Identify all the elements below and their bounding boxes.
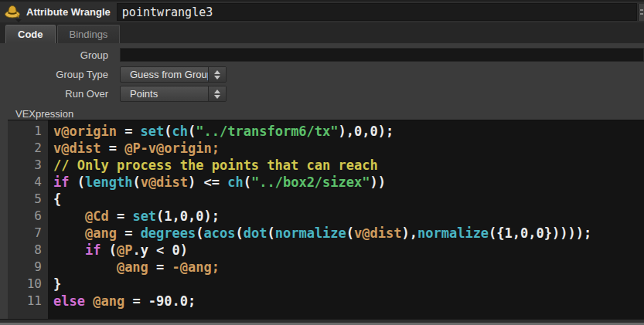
line-number: 5	[8, 191, 42, 208]
code-line[interactable]: @ang = degrees(acos(dot(normalize(v@dist…	[53, 225, 644, 242]
node-title-bar: Attribute Wrangle	[0, 0, 644, 22]
line-number: 9	[8, 259, 42, 276]
panel-bottom-edge	[0, 319, 644, 325]
line-number-gutter: 1234567891011	[8, 120, 48, 319]
code-line[interactable]: v@dist = @P-v@origin;	[53, 140, 644, 157]
dropdown-arrows-icon[interactable]	[208, 86, 226, 101]
cowboy-hat-icon	[4, 3, 21, 20]
line-number: 1	[8, 123, 42, 140]
group-type-dropdown[interactable]: Guess from Group	[120, 66, 227, 83]
node-type-label: Attribute Wrangle	[23, 6, 117, 18]
code-line[interactable]: if (@P.y < 0)	[53, 242, 644, 259]
group-label: Group	[0, 49, 120, 61]
code-line[interactable]: if (length(v@dist) <= ch("../box2/sizex"…	[53, 174, 644, 191]
code-line[interactable]: // Only process the points that can reac…	[53, 157, 644, 174]
line-number: 11	[8, 293, 42, 310]
line-number: 6	[8, 208, 42, 225]
vexpression-label: VEXpression	[15, 108, 73, 120]
panel-edge-button[interactable]	[638, 4, 644, 21]
run-over-label: Run Over	[0, 88, 120, 100]
run-over-value: Points	[121, 86, 208, 101]
node-menu-caret-icon	[15, 19, 22, 22]
tab-code[interactable]: Code	[5, 25, 56, 43]
line-number: 7	[8, 225, 42, 242]
tab-bar: Code Bindings	[0, 22, 644, 43]
code-line[interactable]: }	[53, 276, 644, 293]
dropdown-arrows-icon[interactable]	[208, 67, 226, 82]
code-line[interactable]: @Cd = set(1,0,0);	[53, 208, 644, 225]
line-number: 4	[8, 174, 42, 191]
parameters-panel: Group Group Type Guess from Group Run Ov…	[0, 43, 644, 120]
wrangle-node-icon[interactable]	[3, 2, 23, 22]
run-over-row: Run Over Points	[0, 86, 644, 102]
group-row: Group	[0, 48, 644, 62]
tab-bindings[interactable]: Bindings	[57, 25, 121, 43]
group-input[interactable]	[120, 48, 644, 62]
run-over-dropdown[interactable]: Points	[120, 86, 227, 102]
line-number: 10	[8, 276, 42, 293]
group-type-row: Group Type Guess from Group	[0, 66, 644, 83]
line-number: 3	[8, 157, 42, 174]
vex-code-editor[interactable]: 1234567891011 v@origin = set(ch("../tran…	[8, 120, 644, 319]
line-number: 2	[8, 140, 42, 157]
code-line[interactable]: else @ang = -90.0;	[53, 293, 644, 310]
code-line[interactable]: {	[53, 191, 644, 208]
line-number: 8	[8, 242, 42, 259]
code-lines[interactable]: v@origin = set(ch("../transform6/tx"),0,…	[48, 120, 644, 319]
group-type-label: Group Type	[0, 69, 120, 80]
code-line[interactable]: @ang = -@ang;	[53, 259, 644, 276]
code-line[interactable]: v@origin = set(ch("../transform6/tx"),0,…	[53, 123, 644, 140]
node-name-input[interactable]	[117, 3, 637, 21]
group-type-value: Guess from Group	[121, 67, 208, 82]
